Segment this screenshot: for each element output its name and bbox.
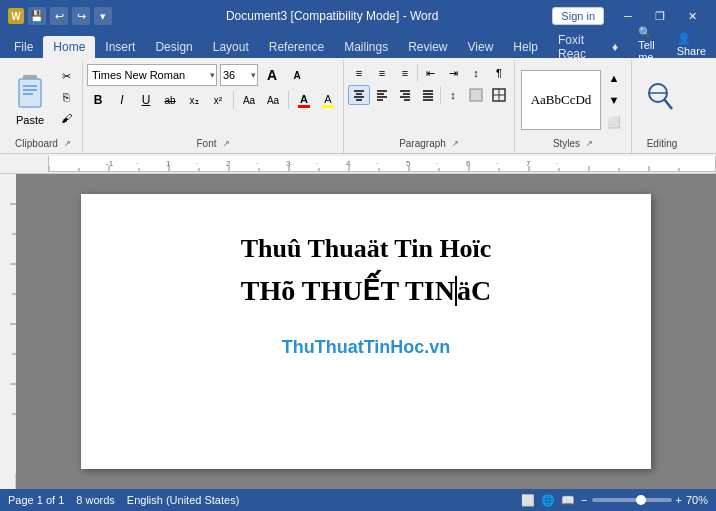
- sign-in-button[interactable]: Sign in: [552, 7, 604, 25]
- styles-arrows: ▲ ▼ ⬜: [603, 68, 625, 132]
- horizontal-ruler: -1 · 1 · 2 · 3 · 4 · 5 · 6 · 7 ·: [0, 154, 716, 174]
- search-ribbon-button[interactable]: 🔍 Tell me: [628, 33, 665, 55]
- zoom-control: − + 70%: [581, 494, 708, 506]
- redo-quick-button[interactable]: ↪: [72, 7, 90, 25]
- divider1: [233, 91, 234, 109]
- share-button[interactable]: 👤 Share: [667, 33, 716, 55]
- tab-home[interactable]: Home: [43, 36, 95, 58]
- clipboard-group-label: Clipboard ↗: [8, 138, 78, 151]
- svg-text:·: ·: [316, 159, 318, 168]
- page-info: Page 1 of 1: [8, 494, 64, 506]
- tab-review[interactable]: Review: [398, 36, 457, 58]
- highlight-color-button[interactable]: A: [317, 90, 339, 110]
- increase-font-size-button[interactable]: A: [261, 65, 283, 85]
- styles-preview[interactable]: AaBbCcDd: [521, 70, 601, 130]
- svg-text:6: 6: [466, 159, 471, 168]
- svg-text:-1: -1: [106, 159, 114, 168]
- svg-text:·: ·: [256, 159, 258, 168]
- save-quick-button[interactable]: 💾: [28, 7, 46, 25]
- zoom-in-button[interactable]: +: [676, 494, 682, 506]
- paste-button[interactable]: Paste: [8, 62, 52, 138]
- styles-down-button[interactable]: ▼: [603, 90, 625, 110]
- para-divider1: [417, 64, 418, 82]
- undo-quick-button[interactable]: ↩: [50, 7, 68, 25]
- align-center-button[interactable]: [348, 85, 370, 105]
- change-case-button[interactable]: Aa: [262, 90, 284, 110]
- line-spacing-button[interactable]: ↕: [442, 85, 464, 105]
- svg-rect-4: [23, 93, 33, 95]
- numbering-button[interactable]: ≡: [371, 63, 393, 83]
- zoom-out-button[interactable]: −: [581, 494, 587, 506]
- font-name-dropdown-icon[interactable]: ▾: [210, 70, 215, 80]
- bold-button[interactable]: B: [87, 90, 109, 110]
- word-count: 8 words: [76, 494, 115, 506]
- watermark-text: ThuThuatTinHoc.vn: [282, 337, 451, 358]
- align-right-button[interactable]: [394, 85, 416, 105]
- clipboard-group: Paste ✂ ⎘ 🖌 Clipboard ↗: [4, 60, 83, 153]
- tab-foxit[interactable]: Foxit Reac: [548, 36, 602, 58]
- justify-button[interactable]: [417, 85, 439, 105]
- zoom-slider[interactable]: [592, 498, 672, 502]
- show-hide-button[interactable]: ¶: [488, 63, 510, 83]
- document-area[interactable]: Thuû Thuaät Tin Hoïc THõ THUẾT TIN äC Th…: [16, 174, 716, 489]
- underline-button[interactable]: U: [135, 90, 157, 110]
- styles-up-button[interactable]: ▲: [603, 68, 625, 88]
- editing-content: [644, 62, 680, 138]
- clear-format-button[interactable]: Aa: [238, 90, 260, 110]
- paragraph-group-label: Paragraph ↗: [348, 138, 510, 151]
- tab-design[interactable]: Design: [145, 36, 202, 58]
- tab-reference[interactable]: Reference: [259, 36, 334, 58]
- font-expand-icon[interactable]: ↗: [223, 139, 230, 148]
- font-group-label: Font ↗: [87, 138, 339, 151]
- tab-insert[interactable]: Insert: [95, 36, 145, 58]
- close-button[interactable]: ✕: [676, 0, 708, 32]
- cut-button[interactable]: ✂: [54, 66, 78, 86]
- svg-text:5: 5: [406, 159, 411, 168]
- view-print-icon[interactable]: ⬜: [521, 494, 535, 507]
- svg-text:·: ·: [196, 159, 198, 168]
- svg-text:7: 7: [526, 159, 531, 168]
- bullets-button[interactable]: ≡: [348, 63, 370, 83]
- zoom-slider-thumb: [636, 495, 646, 505]
- styles-expand-icon[interactable]: ↗: [586, 139, 593, 148]
- paragraph-group: ≡ ≡ ≡ ⇤ ⇥ ↕ ¶ ↕: [344, 60, 515, 153]
- doc-text-line2: THõ THUẾT TIN äC: [241, 274, 491, 307]
- para-row1: ≡ ≡ ≡ ⇤ ⇥ ↕ ¶: [348, 62, 510, 84]
- copy-button[interactable]: ⎘: [54, 87, 78, 107]
- paragraph-expand-icon[interactable]: ↗: [452, 139, 459, 148]
- editing-group: Editing: [632, 60, 692, 153]
- font-size-dropdown-icon[interactable]: ▾: [251, 70, 256, 80]
- align-left-button[interactable]: [371, 85, 393, 105]
- customize-quick-button[interactable]: ▾: [94, 7, 112, 25]
- tab-file[interactable]: File: [4, 36, 43, 58]
- styles-expand-button[interactable]: ⬜: [603, 112, 625, 132]
- tab-layout[interactable]: Layout: [203, 36, 259, 58]
- tab-extra[interactable]: ♦: [602, 36, 628, 58]
- svg-rect-3: [23, 89, 37, 91]
- font-name-row: ▾ ▾ A A: [87, 62, 339, 88]
- borders-button[interactable]: [488, 85, 510, 105]
- strikethrough-button[interactable]: ab: [159, 90, 181, 110]
- increase-indent-button[interactable]: ⇥: [442, 63, 464, 83]
- svg-rect-2: [23, 85, 37, 87]
- sort-button[interactable]: ↕: [465, 63, 487, 83]
- multilevel-button[interactable]: ≡: [394, 63, 416, 83]
- editing-icon: [644, 79, 680, 122]
- view-web-icon[interactable]: 🌐: [541, 494, 555, 507]
- clipboard-expand-icon[interactable]: ↗: [64, 139, 71, 148]
- decrease-indent-button[interactable]: ⇤: [419, 63, 441, 83]
- shading-button[interactable]: [465, 85, 487, 105]
- tab-mailings[interactable]: Mailings: [334, 36, 398, 58]
- svg-line-26: [664, 99, 672, 109]
- superscript-button[interactable]: x²: [207, 90, 229, 110]
- tab-view[interactable]: View: [458, 36, 504, 58]
- font-color-button[interactable]: A: [293, 90, 315, 110]
- format-painter-button[interactable]: 🖌: [54, 108, 78, 128]
- italic-button[interactable]: I: [111, 90, 133, 110]
- view-read-icon[interactable]: 📖: [561, 494, 575, 507]
- language-info: English (United States): [127, 494, 240, 506]
- tab-help[interactable]: Help: [503, 36, 548, 58]
- font-name-input[interactable]: [87, 64, 217, 86]
- decrease-font-size-button[interactable]: A: [286, 65, 308, 85]
- subscript-button[interactable]: x₂: [183, 90, 205, 110]
